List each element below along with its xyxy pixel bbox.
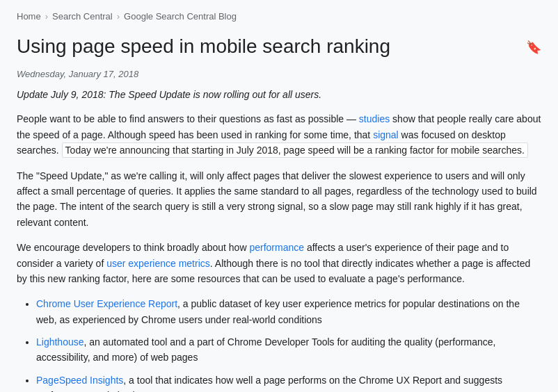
breadcrumb: Home › Search Central › Google Search Ce… (17, 11, 541, 22)
bookmark-icon[interactable]: 🔖 (526, 40, 541, 55)
article-title: Using page speed in mobile search rankin… (17, 34, 519, 59)
signal-link[interactable]: signal (373, 129, 399, 140)
highlight-announcement: Today we're announcing that starting in … (62, 142, 528, 158)
studies-link[interactable]: studies (359, 113, 390, 124)
article-header: Using page speed in mobile search rankin… (17, 34, 541, 59)
list-item: PageSpeed Insights, a tool that indicate… (36, 373, 541, 392)
performance-link[interactable]: performance (249, 242, 304, 253)
paragraph-2: The "Speed Update," as we're calling it,… (17, 168, 541, 231)
pagespeed-insights-link[interactable]: PageSpeed Insights (36, 375, 123, 386)
breadcrumb-sep-2: › (117, 11, 120, 22)
bullet-1-text: , an automated tool and a part of Chrome… (36, 336, 496, 363)
p1-before: People want to be able to find answers t… (17, 113, 359, 124)
article-update: Update July 9, 2018: The Speed Update is… (17, 89, 541, 100)
user-experience-metrics-link[interactable]: user experience metrics (106, 258, 210, 269)
list-item: Chrome User Experience Report, a public … (36, 296, 541, 327)
list-item: Lighthouse, an automated tool and a part… (36, 334, 541, 366)
breadcrumb-sep-1: › (45, 11, 48, 22)
article-body: People want to be able to find answers t… (17, 111, 541, 392)
paragraph-1: People want to be able to find answers t… (17, 111, 541, 158)
breadcrumb-home[interactable]: Home (17, 11, 41, 22)
breadcrumb-current: Google Search Central Blog (124, 11, 237, 22)
article-date: Wednesday, January 17, 2018 (17, 69, 541, 79)
resources-list: Chrome User Experience Report, a public … (36, 296, 541, 392)
page-wrapper: Home › Search Central › Google Search Ce… (0, 0, 558, 392)
chrome-ux-report-link[interactable]: Chrome User Experience Report (36, 298, 177, 309)
paragraph-3: We encourage developers to think broadly… (17, 240, 541, 286)
p3-before: We encourage developers to think broadly… (17, 242, 249, 253)
breadcrumb-search-central[interactable]: Search Central (52, 11, 113, 22)
lighthouse-link[interactable]: Lighthouse (36, 336, 84, 348)
